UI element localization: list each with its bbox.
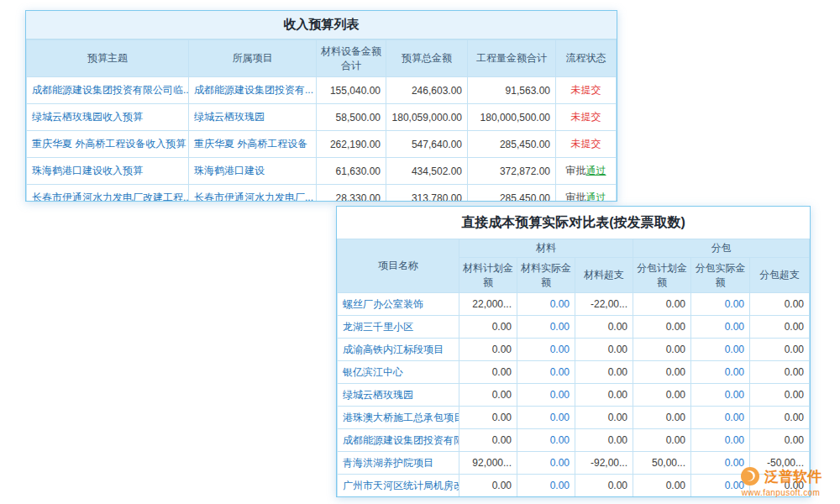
material-total-value: 155,040.00: [317, 77, 386, 104]
table-row: 长春市伊通河水力发电厂改建工程... 长春市伊通河水力发电厂... 28,330…: [27, 185, 617, 202]
budget-subject-link[interactable]: 重庆华夏 外高桥工程设备收入预算: [27, 131, 189, 158]
material-plan-value: 0.00: [459, 339, 517, 361]
status-approved-link[interactable]: 通过: [586, 165, 606, 176]
col-header-budget-subject: 预算主题: [27, 40, 189, 77]
quantity-total-value: 91,563.00: [468, 77, 556, 104]
status-approved-link[interactable]: 通过: [586, 192, 606, 202]
budget-subject-link[interactable]: 成都能源建设集团投资有限公司临...: [27, 77, 189, 104]
project-link[interactable]: 重庆华夏 外高桥工程设备: [189, 131, 317, 158]
compare-group-header-row: 项目名称 材料 分包: [338, 239, 810, 258]
table-row: 螺丝厂办公室装饰 22,000... 0.00 -22,00... 0.00 0…: [338, 293, 810, 316]
sub-actual-link[interactable]: 0.00: [691, 384, 750, 407]
material-actual-link[interactable]: 0.00: [517, 361, 575, 384]
material-actual-link[interactable]: 0.00: [517, 384, 575, 407]
project-link[interactable]: 绿城云栖玫瑰园: [189, 104, 317, 131]
material-plan-value: 0.00: [459, 316, 517, 339]
status-badge: 未提交: [571, 111, 601, 123]
project-name-link[interactable]: 螺丝厂办公室装饰: [338, 293, 459, 316]
material-actual-link[interactable]: 0.00: [517, 407, 575, 429]
material-actual-link[interactable]: 0.00: [517, 293, 575, 316]
project-name-link[interactable]: 绿城云栖玫瑰园: [338, 384, 459, 407]
quantity-total-value: 372,872.00: [468, 158, 556, 185]
income-budget-table: 预算主题 所属项目 材料设备金额合计 预算总金额 工程量金额合计 流程状态 成都…: [26, 39, 617, 202]
sub-over-value: 0.00: [750, 384, 810, 407]
cost-compare-card: 直接成本预算实际对比表(按发票取数) 项目名称 材料 分包 材料计划金额 材料实…: [336, 206, 811, 497]
sub-actual-link[interactable]: 0.00: [691, 452, 750, 475]
budget-subject-link[interactable]: 绿城云栖玫瑰园收入预算: [27, 104, 189, 131]
sub-over-value: 0.00: [750, 407, 810, 429]
sub-actual-link[interactable]: 0.00: [691, 293, 750, 316]
status-badge: 未提交: [571, 84, 601, 96]
col-header-sub-actual: 分包实际金额: [691, 258, 750, 293]
project-name-link[interactable]: 银亿滨江中心: [338, 361, 459, 384]
budget-total-value: 434,502.00: [386, 158, 468, 185]
sub-over-value: 0.00: [750, 475, 810, 497]
material-total-value: 28,330.00: [317, 185, 386, 202]
budget-total-value: 246,603.00: [386, 77, 468, 104]
project-name-link[interactable]: 青海洪湖养护院项目: [338, 452, 459, 475]
quantity-total-value: 285,450.00: [468, 131, 556, 158]
material-actual-link[interactable]: 0.00: [517, 452, 575, 475]
col-header-project-name: 项目名称: [338, 239, 459, 293]
sub-over-value: 0.00: [750, 293, 810, 316]
table-row: 成渝高铁内江标段项目 0.00 0.00 0.00 0.00 0.00 0.00: [338, 339, 810, 361]
quantity-total-value: 285,450.00: [468, 185, 556, 202]
material-plan-value: 22,000...: [459, 293, 517, 316]
project-name-link[interactable]: 成都能源建设集团投资有限: [338, 429, 459, 452]
sub-over-value: 0.00: [750, 339, 810, 361]
material-over-value: 0.00: [575, 429, 633, 452]
sub-actual-link[interactable]: 0.00: [691, 475, 750, 497]
sub-actual-link[interactable]: 0.00: [691, 339, 750, 361]
material-actual-link[interactable]: 0.00: [517, 316, 575, 339]
status-badge: 审批: [566, 192, 586, 202]
project-link[interactable]: 长春市伊通河水力发电厂...: [189, 185, 317, 202]
material-actual-link[interactable]: 0.00: [517, 475, 575, 497]
sub-actual-link[interactable]: 0.00: [691, 429, 750, 452]
budget-subject-link[interactable]: 珠海鹤港口建设收入预算: [27, 158, 189, 185]
table-row: 港珠澳大桥施工总承包项目 0.00 0.00 0.00 0.00 0.00 0.…: [338, 407, 810, 429]
table-row: 青海洪湖养护院项目 92,000... 0.00 -92,00... 50,00…: [338, 452, 810, 475]
material-over-value: -92,00...: [575, 452, 633, 475]
material-plan-value: 92,000...: [459, 452, 517, 475]
col-header-material-actual: 材料实际金额: [517, 258, 575, 293]
col-header-quantity-total: 工程量金额合计: [468, 40, 556, 77]
material-total-value: 262,190.00: [317, 131, 386, 158]
sub-actual-link[interactable]: 0.00: [691, 407, 750, 429]
col-header-material-over: 材料超支: [575, 258, 633, 293]
project-name-link[interactable]: 龙湖三千里小区: [338, 316, 459, 339]
sub-plan-value: 0.00: [633, 407, 691, 429]
material-plan-value: 0.00: [459, 429, 517, 452]
project-link[interactable]: 成都能源建设集团投资有...: [189, 77, 317, 104]
material-total-value: 61,630.00: [317, 158, 386, 185]
income-header-row: 预算主题 所属项目 材料设备金额合计 预算总金额 工程量金额合计 流程状态: [27, 40, 617, 77]
table-row: 珠海鹤港口建设收入预算 珠海鹤港口建设 61,630.00 434,502.00…: [27, 158, 617, 185]
budget-subject-link[interactable]: 长春市伊通河水力发电厂改建工程...: [27, 185, 189, 202]
table-row: 龙湖三千里小区 0.00 0.00 0.00 0.00 0.00 0.00: [338, 316, 810, 339]
table-row: 银亿滨江中心 0.00 0.00 0.00 0.00 0.00 0.00: [338, 361, 810, 384]
project-name-link[interactable]: 港珠澳大桥施工总承包项目: [338, 407, 459, 429]
sub-actual-link[interactable]: 0.00: [691, 361, 750, 384]
col-header-status: 流程状态: [556, 40, 617, 77]
material-actual-link[interactable]: 0.00: [517, 339, 575, 361]
material-over-value: 0.00: [575, 339, 633, 361]
material-over-value: 0.00: [575, 475, 633, 497]
material-over-value: -22,00...: [575, 293, 633, 316]
income-budget-card: 收入预算列表 预算主题 所属项目 材料设备金额合计 预算总金额 工程量金额合计 …: [25, 10, 617, 202]
project-name-link[interactable]: 广州市天河区统计局机房改: [338, 475, 459, 497]
table-row: 重庆华夏 外高桥工程设备收入预算 重庆华夏 外高桥工程设备 262,190.00…: [27, 131, 617, 158]
project-name-link[interactable]: 成渝高铁内江标段项目: [338, 339, 459, 361]
material-actual-link[interactable]: 0.00: [517, 429, 575, 452]
sub-plan-value: 0.00: [633, 429, 691, 452]
col-header-sub-over: 分包超支: [750, 258, 810, 293]
sub-over-value: 0.00: [750, 316, 810, 339]
sub-actual-link[interactable]: 0.00: [691, 316, 750, 339]
col-header-budget-total: 预算总金额: [386, 40, 468, 77]
sub-plan-value: 0.00: [633, 475, 691, 497]
material-over-value: 0.00: [575, 384, 633, 407]
sub-over-value: 0.00: [750, 429, 810, 452]
cost-compare-table: 项目名称 材料 分包 材料计划金额 材料实际金额 材料超支 分包计划金额 分包实…: [337, 239, 810, 497]
project-link[interactable]: 珠海鹤港口建设: [189, 158, 317, 185]
sub-plan-value: 50,00...: [633, 452, 691, 475]
material-plan-value: 0.00: [459, 475, 517, 497]
sub-plan-value: 0.00: [633, 384, 691, 407]
